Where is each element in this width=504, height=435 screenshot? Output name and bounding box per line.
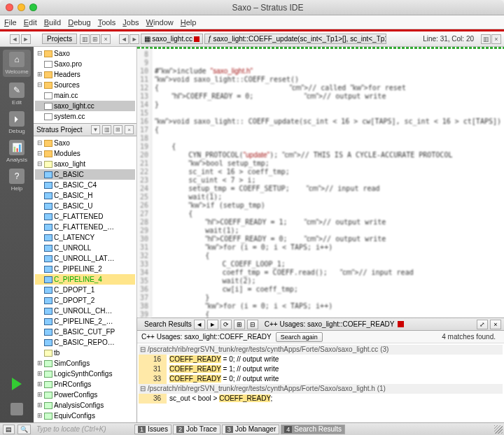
tree-item[interactable]: C_FLATTENED [35,211,135,222]
search-result-line[interactable]: 36 sc_out < bool > COEFF_READY; [139,394,503,404]
status-tab-job-trace[interactable]: 2Job Trace [173,425,220,434]
tree-twisty-icon[interactable]: ⊟ [36,80,43,90]
search-result-line[interactable]: 31 COEFF_READY = 1; // output write [139,364,503,374]
editor-split-icon[interactable]: ▥ [481,34,491,44]
search-prev-icon[interactable]: ◄ [194,320,205,329]
mode-edit[interactable]: ✎Edit [3,83,31,106]
tree-twisty-icon[interactable]: ⊟ [36,138,43,148]
tree-item[interactable]: system.cc [35,111,135,122]
tree-item[interactable]: ⊞LogicSynthConfigs [35,369,135,379]
tree-item[interactable]: ⊞EquivConfigs [35,411,135,421]
menu-help[interactable]: Help [181,18,197,27]
search-result-line[interactable]: 16 COEFF_READY = 0; // output write [139,355,503,364]
tree-twisty-icon[interactable]: ⊞ [36,390,43,400]
search-next-icon[interactable]: ► [207,320,218,329]
tree-item[interactable]: C_UNROLL [35,243,135,253]
panel-pin-icon[interactable]: ⊞ [113,125,122,134]
tree-twisty-icon[interactable]: ⊞ [36,369,43,379]
tree-twisty-icon[interactable]: ⊟ [36,148,43,159]
tree-twisty-icon[interactable]: ⊞ [36,421,43,422]
close-tab-icon[interactable] [194,36,200,42]
tree-item[interactable]: C_PIPELINE_4 [35,274,135,285]
mode-analysis[interactable]: 📊Analysis [3,140,31,163]
filter-icon[interactable]: ▼ [91,125,100,134]
tree-item[interactable]: C_BASIC_H [35,190,135,201]
nav-back-icon[interactable]: ◄ [10,34,20,44]
tree-item[interactable]: C_BASIC [35,169,135,180]
menu-window[interactable]: Window [146,18,174,27]
tree-twisty-icon[interactable]: ⊞ [36,69,43,80]
menu-edit[interactable]: Edit [24,18,37,27]
search-results-list[interactable]: ⊟ /pscratch/rib/regrSVN_trunk/regr/tests… [137,343,504,422]
mode-debug[interactable]: ⏵Debug [3,111,31,134]
locate-icon[interactable]: 🔍 [18,425,31,434]
projects-panel-label[interactable]: Projects [42,34,77,44]
tree-item[interactable]: main.cc [35,90,135,101]
maximize-icon[interactable] [29,3,37,11]
tree-twisty-icon[interactable]: ⊞ [36,379,43,390]
mode-welcome[interactable]: ⌂Welcome [3,50,31,77]
editor-tab-symbol[interactable]: ƒ saxo_light::COEFF_update(sc_int<_Tp1>[… [204,34,386,44]
tree-item[interactable]: ⊟Saxo [35,138,135,148]
panel-close-icon[interactable]: × [125,125,134,134]
menu-file[interactable]: File [4,18,17,27]
projects-tree[interactable]: ⊟SaxoSaxo.pro⊞Headers⊟Sourcesmain.ccsaxo… [34,47,136,124]
search-refresh-icon[interactable]: ⟳ [220,320,232,329]
search-result-line[interactable]: 33 COEFF_READY = 0; // output write [139,374,503,384]
menu-jobs[interactable]: Jobs [122,18,139,27]
search-dropdown-icon[interactable] [398,321,404,327]
panel-split-icon[interactable]: ▥ [102,125,111,134]
tree-item[interactable]: ⊞Libraries [35,421,135,422]
tree-item[interactable]: ⊟Modules [35,148,135,159]
tree-item[interactable]: C_DPOPT_2 [35,295,135,306]
tree-item[interactable]: C_BASIC_REPO… [35,337,135,348]
tree-item[interactable]: ⊞Headers [35,69,135,80]
tree-twisty-icon[interactable]: ⊞ [36,400,43,411]
tree-twisty-icon[interactable]: ⊞ [36,358,43,369]
search-again-button[interactable]: Search again [276,332,323,342]
status-tab-search-results[interactable]: 4Search Results [281,425,345,434]
minimize-icon[interactable] [18,3,25,11]
tree-item[interactable]: C_BASIC_C4 [35,180,135,190]
build-config-button[interactable] [10,403,23,415]
resize-handle[interactable] [494,425,503,434]
status-tab-issues[interactable]: 1Issues [134,425,172,434]
tree-item[interactable]: C_PIPELINE_2_… [35,316,135,327]
close-icon[interactable] [6,3,13,11]
tree-item[interactable]: ⊞SimConfigs [35,358,135,369]
code-content[interactable]: #"kw">include "saxo_light.h" "kw">void s… [152,49,504,318]
run-button[interactable] [12,378,22,390]
status-tab-job-manager[interactable]: 3Job Manager [222,425,279,434]
tree-item[interactable]: C_FLATTENED_… [35,222,135,232]
editor-close-icon[interactable]: × [491,34,501,44]
tree-item[interactable]: C_UNROLL_CH… [35,306,135,316]
tree-item[interactable]: saxo_light.cc [35,101,135,111]
tree-item[interactable]: ⊟Sources [35,80,135,90]
search-expand-icon[interactable]: ⊞ [234,320,245,329]
search-group[interactable]: ⊟ /pscratch/rib/regrSVN_trunk/regr/tests… [139,345,503,355]
output-toggle-icon[interactable]: ▤ [3,425,15,434]
nav-fwd-icon[interactable]: ► [21,34,31,44]
stratus-tree[interactable]: ⊟Saxo⊟Modules⊟saxo_lightC_BASICC_BASIC_C… [34,136,136,422]
panel-close-icon[interactable]: × [101,34,111,44]
tree-item[interactable]: Saxo.pro [35,59,135,69]
tree-item[interactable]: C_LATENCY [35,232,135,243]
tree-item[interactable]: ⊞AnalysisConfigs [35,400,135,411]
code-editor[interactable]: 8 9 10 11 12 13 14 15 16 17 18 19 20 21 … [137,49,504,318]
search-group[interactable]: ⊟ /pscratch/rib/regrSVN_trunk/regr/tests… [139,384,503,394]
search-close-icon[interactable]: × [490,320,501,329]
panel-split-icon[interactable]: ▥ [80,34,90,44]
tree-item[interactable]: ⊞PowerConfigs [35,390,135,400]
tree-item[interactable]: C_BASIC_CUT_FP [35,327,135,337]
tree-item[interactable]: C_BASIC_U [35,201,135,211]
tree-twisty-icon[interactable]: ⊟ [36,48,43,59]
tree-item[interactable]: C_DPOPT_1 [35,285,135,295]
menu-build[interactable]: Build [44,18,61,27]
locate-input[interactable]: Type to locate (Ctrl+K) [34,425,132,433]
search-collapse-icon[interactable]: ⊟ [247,320,258,329]
search-maximize-icon[interactable]: ⤢ [477,320,488,329]
menu-tools[interactable]: Tools [98,18,116,27]
mode-help[interactable]: ?Help [3,169,31,192]
tree-item[interactable]: C_PIPELINE_2 [35,264,135,274]
tree-item[interactable]: tb [35,348,135,358]
